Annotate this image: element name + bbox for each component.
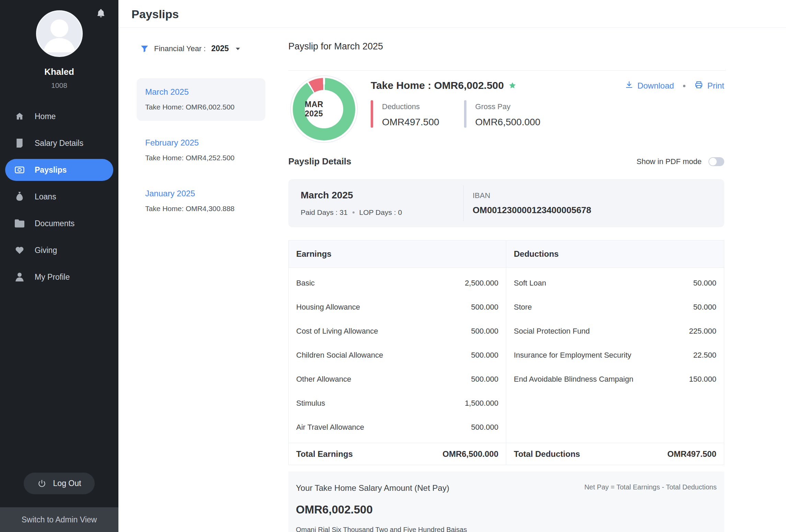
earnings-header: Earnings	[296, 249, 332, 259]
dot-separator	[352, 211, 355, 213]
pdf-mode-label: Show in PDF mode	[636, 157, 702, 166]
divider	[288, 70, 726, 71]
banknote-icon	[15, 166, 24, 174]
sidebar-item-documents[interactable]: Documents	[5, 212, 113, 234]
switch-admin-label: Switch to Admin View	[22, 515, 97, 524]
table-row: Other Allowance500.000	[289, 367, 506, 391]
net-pay-formula: Net Pay = Total Earnings - Total Deducti…	[584, 483, 717, 491]
sidebar-item-home[interactable]: Home	[5, 105, 113, 127]
table-row: Insurance for Employment Security22.500	[506, 343, 724, 367]
pdf-mode-toggle[interactable]	[708, 157, 724, 166]
table-row: End Avoidable Blindness Campaign150.000	[506, 367, 724, 391]
money-bag-icon	[15, 192, 24, 201]
printer-icon	[694, 81, 703, 91]
total-earnings-cell: Total Earnings OMR6,500.000	[289, 443, 506, 465]
deduction-label: End Avoidable Blindness Campaign	[514, 375, 633, 384]
power-icon	[37, 479, 46, 488]
filter-label: Financial Year :	[154, 44, 206, 53]
home-icon	[15, 112, 24, 121]
sidebar-item-my-profile[interactable]: My Profile	[5, 266, 113, 288]
earnings-deductions-table: Earnings Deductions Basic2,500.000 Housi…	[288, 240, 724, 465]
download-label: Download	[637, 81, 674, 91]
stat-value: OMR497.500	[382, 117, 439, 128]
earning-label: Basic	[296, 279, 315, 288]
financial-year-filter[interactable]: Financial Year : 2025	[140, 44, 241, 53]
net-pay-header: Your Take Home Salary Amount (Net Pay) N…	[296, 483, 717, 493]
sidebar-nav: Home Salary Details Payslips Loans	[0, 105, 118, 293]
filter-value: 2025	[211, 44, 229, 53]
sidebar: Khaled 1008 Home Salary Details Paysl	[0, 0, 118, 532]
deduction-amount: 225.000	[689, 327, 716, 336]
table-row: Air Travel Allowance500.000	[289, 415, 506, 439]
table-row: Children Social Allowance500.000	[289, 343, 506, 367]
earning-label: Cost of Living Allowance	[296, 327, 378, 336]
donut-label: MAR 2025	[305, 100, 343, 118]
switch-to-admin-view-button[interactable]: Switch to Admin View	[0, 507, 118, 532]
main-content: Payslips Financial Year : 2025 March 202…	[118, 0, 786, 532]
deductions-stat: Deductions OMR497.500	[371, 100, 439, 128]
deduction-amount: 150.000	[689, 375, 716, 384]
lop-days: LOP Days : 0	[359, 208, 402, 217]
earning-label: Children Social Allowance	[296, 351, 383, 360]
gross-pay-accent-bar	[464, 100, 466, 128]
download-button[interactable]: Download	[625, 81, 674, 91]
payslips-page: Khaled 1008 Home Salary Details Paysl	[0, 0, 786, 532]
print-label: Print	[707, 81, 724, 91]
earning-label: Other Allowance	[296, 375, 351, 384]
iban-value: OM001230000123400005678	[473, 205, 591, 216]
payslip-month-item-march[interactable]: March 2025 Take Home: OMR6,002.500	[137, 78, 265, 121]
deductions-column: Soft Loan50.000 Store50.000 Social Prote…	[506, 268, 724, 443]
logout-button[interactable]: Log Out	[24, 473, 95, 494]
table-row: Social Protection Fund225.000	[506, 319, 724, 343]
user-icon	[15, 273, 24, 281]
deductions-accent-bar	[371, 100, 373, 128]
payslip-summary-card: March 2025 Paid Days : 31 LOP Days : 0 I…	[288, 179, 724, 227]
earnings-header-cell: Earnings	[289, 241, 506, 268]
deduction-amount: 50.000	[693, 279, 716, 288]
sidebar-bottom: Log Out Switch to Admin View	[0, 473, 118, 532]
sidebar-item-label: My Profile	[35, 273, 70, 282]
summary-left: March 2025 Paid Days : 31 LOP Days : 0	[288, 190, 463, 217]
sidebar-item-label: Home	[35, 112, 56, 121]
summary-month: March 2025	[301, 190, 463, 201]
payslip-month-item-february[interactable]: February 2025 Take Home: OMR4,252.500	[137, 129, 265, 172]
deduction-amount: 50.000	[693, 303, 716, 312]
earning-label: Stimulus	[296, 399, 325, 408]
star-icon	[509, 82, 516, 89]
month-take-home: Take Home: OMR6,002.500	[145, 103, 257, 111]
deductions-header-cell: Deductions	[506, 241, 724, 268]
summary-right: IBAN OM001230000123400005678	[464, 191, 591, 216]
notifications-bell-icon[interactable]	[96, 8, 106, 20]
month-title: February 2025	[145, 138, 257, 148]
total-deductions-label: Total Deductions	[514, 449, 580, 459]
user-id: 1008	[51, 81, 67, 90]
earning-amount: 500.000	[471, 375, 498, 384]
summary-days: Paid Days : 31 LOP Days : 0	[301, 208, 463, 217]
sidebar-item-label: Payslips	[35, 165, 67, 175]
dot-separator	[683, 85, 685, 87]
heart-icon	[15, 246, 24, 254]
donut-center: MAR 2025	[305, 90, 343, 128]
net-pay-words: Omani Rial Six Thousand Two and Five Hun…	[296, 526, 717, 532]
sidebar-item-payslips[interactable]: Payslips	[5, 159, 113, 181]
sidebar-item-label: Documents	[35, 219, 74, 228]
table-row: Stimulus1,500.000	[289, 391, 506, 415]
sidebar-item-giving[interactable]: Giving	[5, 239, 113, 261]
stat-label: Deductions	[382, 100, 439, 111]
earning-amount: 500.000	[471, 351, 498, 360]
payslip-detail-title: Payslip for March 2025	[288, 41, 383, 52]
take-home-text: Take Home : OMR6,002.500	[371, 80, 504, 91]
sidebar-item-loans[interactable]: Loans	[5, 186, 113, 208]
payslip-actions: Download Print	[625, 81, 724, 91]
earning-amount: 500.000	[471, 303, 498, 312]
donut-ring: MAR 2025	[293, 78, 355, 140]
print-button[interactable]: Print	[694, 81, 724, 91]
deduction-label: Social Protection Fund	[514, 327, 590, 336]
logout-label: Log Out	[53, 479, 81, 488]
sidebar-item-salary-details[interactable]: Salary Details	[5, 132, 113, 154]
payslip-month-item-january[interactable]: January 2025 Take Home: OMR4,300.888	[137, 180, 265, 222]
month-take-home: Take Home: OMR4,252.500	[145, 154, 257, 162]
avatar	[36, 10, 83, 57]
gross-pay-stat: Gross Pay OMR6,500.000	[464, 100, 541, 128]
paid-days: Paid Days : 31	[301, 208, 348, 217]
